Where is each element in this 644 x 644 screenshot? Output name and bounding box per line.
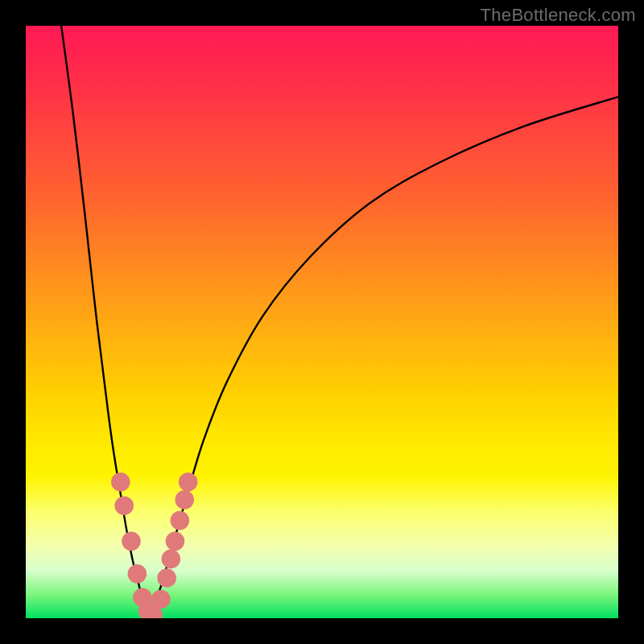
- marker-group: [111, 473, 197, 618]
- curve-right: [151, 97, 618, 618]
- curve-left: [61, 26, 150, 618]
- marker-dot: [128, 564, 147, 584]
- marker-dot: [166, 532, 185, 551]
- marker-dot: [175, 490, 194, 510]
- marker-dot: [171, 511, 190, 530]
- marker-dot: [162, 550, 181, 569]
- plot-area: [26, 26, 618, 618]
- marker-dot: [111, 473, 130, 492]
- marker-dot: [122, 532, 141, 551]
- marker-dot: [179, 473, 198, 492]
- marker-dot: [114, 496, 134, 515]
- chart-svg: [26, 26, 618, 618]
- marker-dot: [151, 590, 171, 609]
- marker-dot: [157, 568, 176, 588]
- watermark-text: TheBottleneck.com: [481, 5, 636, 26]
- chart-frame: TheBottleneck.com: [0, 0, 644, 644]
